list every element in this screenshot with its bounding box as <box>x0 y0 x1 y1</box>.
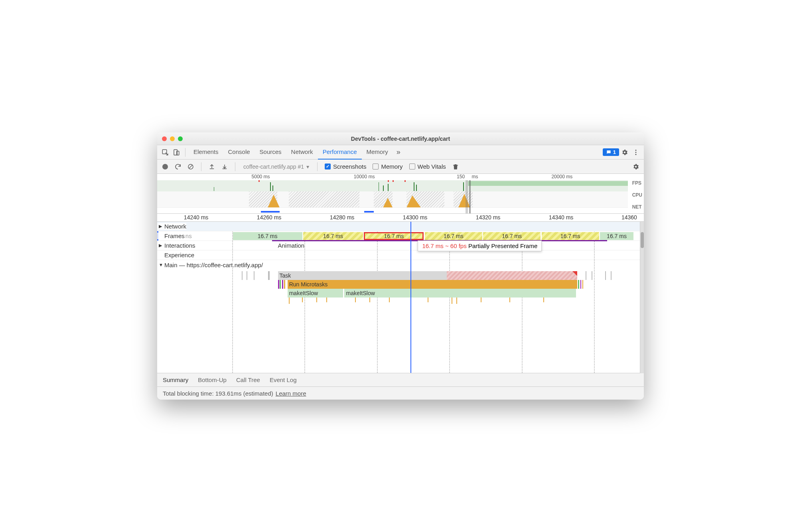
clear-button[interactable] <box>185 161 196 172</box>
separator <box>317 162 318 171</box>
tab-call-tree[interactable]: Call Tree <box>236 376 260 383</box>
long-task-indicator-icon <box>572 271 577 276</box>
issues-badge[interactable]: 1 <box>603 148 619 156</box>
flame-chart[interactable]: ▶Network Framesns 16.7 ms 16.7 ms 16.7 m… <box>157 222 640 373</box>
capture-settings-icon[interactable] <box>630 161 641 172</box>
chevron-down-icon: ▼ <box>159 262 163 267</box>
issues-count: 1 <box>613 149 616 155</box>
learn-more-link[interactable]: Learn more <box>276 390 306 397</box>
frames-track[interactable]: Framesns 16.7 ms 16.7 ms 16.7 ms 16.7 ms… <box>157 231 640 241</box>
tab-console[interactable]: Console <box>223 145 255 160</box>
animation-label: Animation <box>278 242 305 249</box>
main-tabs: Elements Console Sources Network Perform… <box>157 145 644 160</box>
chevron-down-icon: ▾ <box>306 164 309 170</box>
window-title: DevTools - coffee-cart.netlify.app/cart <box>157 136 644 142</box>
main-thread-flame[interactable]: Task Run Microtasks makeItSlow makeItSlo… <box>157 271 640 359</box>
interactions-track[interactable]: ▶Interactions Animation 16.7 ms ~ 60 fps… <box>157 241 640 250</box>
separator <box>185 148 185 157</box>
tab-network[interactable]: Network <box>286 145 318 160</box>
flame-function[interactable]: makeItSlow <box>344 289 576 298</box>
more-tabs-icon[interactable]: » <box>393 147 404 158</box>
details-tabs: Summary Bottom-Up Call Tree Event Log <box>157 373 644 387</box>
checkbox-icon <box>409 164 415 169</box>
download-icon[interactable] <box>219 161 230 172</box>
overview-cpu <box>157 191 628 207</box>
tab-sources[interactable]: Sources <box>255 145 286 160</box>
kebab-menu-icon[interactable] <box>630 147 641 158</box>
flame-task[interactable]: Task <box>278 271 447 280</box>
overview-fps <box>157 180 628 191</box>
webvitals-checkbox[interactable]: Web Vitals <box>407 163 448 170</box>
current-time-marker[interactable] <box>410 222 411 373</box>
frame-block[interactable]: 16.7 ms <box>303 232 363 240</box>
tab-performance[interactable]: Performance <box>318 145 362 160</box>
tab-bottom-up[interactable]: Bottom-Up <box>198 376 227 383</box>
checkbox-icon <box>325 164 331 169</box>
tab-memory[interactable]: Memory <box>362 145 393 160</box>
separator <box>235 162 235 171</box>
time-ruler[interactable]: 14240 ms 14260 ms 14280 ms 14300 ms 1432… <box>157 214 644 222</box>
svg-point-3 <box>635 150 637 151</box>
tab-summary[interactable]: Summary <box>163 376 188 383</box>
upload-icon[interactable] <box>206 161 217 172</box>
checkbox-icon <box>373 164 379 169</box>
reload-record-button[interactable] <box>172 161 183 172</box>
frame-block[interactable]: 16.7 ms <box>483 232 541 240</box>
flame-microtasks[interactable]: Run Microtasks <box>288 280 577 289</box>
tab-event-log[interactable]: Event Log <box>270 376 297 383</box>
frame-block[interactable]: 16.7 ms <box>425 232 482 240</box>
memory-checkbox[interactable]: Memory <box>370 163 405 170</box>
status-bar: Total blocking time: 193.61ms (estimated… <box>157 387 644 400</box>
flame-function[interactable]: makeItSlow <box>288 289 343 298</box>
inspect-element-icon[interactable] <box>160 147 171 158</box>
vertical-scrollbar[interactable] <box>640 222 644 373</box>
network-track[interactable]: ▶Network <box>157 222 640 231</box>
experience-track[interactable]: Experience <box>157 250 640 260</box>
recording-dropdown[interactable]: coffee-cart.netlify.app #1 ▾ <box>240 164 312 170</box>
svg-point-5 <box>635 154 637 155</box>
device-toolbar-icon[interactable] <box>171 147 182 158</box>
frame-block[interactable]: 16.7 ms <box>233 232 302 240</box>
main-track-header[interactable]: ▼Main — https://coffee-cart.netlify.app/ <box>157 260 640 270</box>
blocking-time-label: Total blocking time: 193.61ms (estimated… <box>163 390 273 397</box>
perf-toolbar: coffee-cart.netlify.app #1 ▾ Screenshots… <box>157 160 644 174</box>
frame-tooltip: 16.7 ms ~ 60 fps Partially Presented Fra… <box>418 240 542 251</box>
frame-block[interactable]: 16.7 ms <box>542 232 599 240</box>
devtools-window: DevTools - coffee-cart.netlify.app/cart … <box>157 132 644 400</box>
separator <box>201 162 201 171</box>
overview-timeline[interactable]: 5000 ms 10000 ms 150 ms 20000 ms FPS CPU… <box>157 174 644 214</box>
settings-icon[interactable] <box>619 147 630 158</box>
frame-block[interactable]: 16.7 ms <box>600 232 633 240</box>
garbage-collect-icon[interactable] <box>450 161 461 172</box>
chevron-right-icon: ▶ <box>159 224 163 229</box>
record-button[interactable] <box>160 161 171 172</box>
tab-elements[interactable]: Elements <box>189 145 223 160</box>
scrollbar-thumb[interactable] <box>641 232 644 248</box>
screenshots-checkbox[interactable]: Screenshots <box>322 163 369 170</box>
overview-net <box>157 207 628 213</box>
overview-ticks: 5000 ms 10000 ms 150 ms 20000 ms <box>157 174 628 180</box>
flame-task-long[interactable] <box>447 271 577 280</box>
titlebar: DevTools - coffee-cart.netlify.app/cart <box>157 132 644 145</box>
chevron-right-icon: ▶ <box>159 243 163 248</box>
overview-selection[interactable] <box>469 180 471 213</box>
frame-block-selected[interactable]: 16.7 ms <box>364 232 424 240</box>
overview-selection[interactable] <box>466 180 468 213</box>
svg-point-4 <box>635 152 637 153</box>
overview-labels: FPS CPU NET <box>632 180 642 210</box>
